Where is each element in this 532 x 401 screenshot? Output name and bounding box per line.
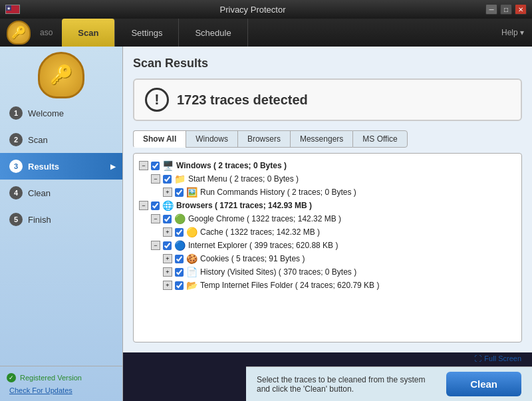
app-title: Privacy Protector [20,5,485,15]
label-startmenu: Start Menu ( 2 traces; 0 Bytes ) [188,174,299,184]
scan-results-tree[interactable]: − 🖥️ Windows ( 2 traces; 0 Bytes ) − 📁 S… [133,153,522,342]
tree-item-cookies: + 🍪 Cookies ( 5 traces; 91 Bytes ) [139,252,516,265]
step-label-results: Results [28,162,59,172]
toggle-chrome[interactable]: − [151,214,160,223]
fullscreen-icon: ⛶ [474,354,481,362]
filter-tab-windows[interactable]: Windows [186,130,237,148]
step-label-welcome: Welcome [28,108,64,118]
alert-box: ! 1723 traces detected [133,78,522,121]
toggle-ie[interactable]: − [151,241,160,250]
check-tempfiles[interactable] [175,281,184,290]
tree-item-windows: − 🖥️ Windows ( 2 traces; 0 Bytes ) [139,159,516,172]
windows-icon: 🖥️ [162,160,174,171]
step-num-1: 1 [9,106,23,120]
step-num-3: 3 [9,160,23,173]
filter-tab-messengers[interactable]: Messengers [290,130,352,148]
registered-status: ✓ Registered Version [7,373,116,382]
label-chrome: Google Chrome ( 1322 traces; 142.32 MB ) [188,214,341,223]
label-ie: Internet Explorer ( 399 traces; 620.88 K… [188,241,338,250]
maximize-button[interactable]: □ [500,4,512,15]
check-cookies[interactable] [175,255,184,263]
sidebar-steps: 1 Welcome 2 Scan 3 Results ▶ 4 Clean 5 F… [0,100,122,366]
logo-text: aso [33,28,59,37]
chrome-icon: 🟢 [174,213,186,224]
sidebar: 🔑 1 Welcome 2 Scan 3 Results ▶ 4 Clean [0,47,123,401]
shield-key-icon: 🔑 [50,64,73,86]
check-ie[interactable] [163,241,172,250]
check-history[interactable] [175,268,184,277]
label-tempfiles: Temp Internet Files Folder ( 24 traces; … [200,281,379,290]
label-runhistory: Run Commands History ( 2 traces; 0 Bytes… [200,188,356,197]
label-history: History (Visited Sites) ( 370 traces; 0 … [200,267,356,277]
help-menu[interactable]: Help ▾ [501,28,532,37]
bottom-message: Select the traces to be cleaned from the… [257,375,438,394]
sidebar-item-clean[interactable]: 4 Clean [0,180,122,206]
registered-icon: ✓ [7,373,16,382]
sidebar-bottom: ✓ Registered Version Check For Updates [0,366,122,401]
tree-item-cache: + 🟡 Cache ( 1322 traces; 142.32 MB ) [139,225,516,239]
sidebar-item-finish[interactable]: 5 Finish [0,206,122,233]
startmenu-icon: 📁 [174,174,186,184]
main-layout: 🔑 1 Welcome 2 Scan 3 Results ▶ 4 Clean [0,47,532,401]
shield-logo: 🔑 [38,52,84,98]
toggle-runhistory[interactable]: + [163,188,172,197]
check-startmenu[interactable] [163,175,172,184]
tab-schedule[interactable]: Schedule [179,19,247,47]
check-chrome[interactable] [163,215,172,223]
check-cache[interactable] [175,228,184,237]
filter-tab-showall[interactable]: Show All [133,130,186,148]
clean-button[interactable]: Clean [446,372,521,396]
toggle-cache[interactable]: + [163,227,172,237]
toggle-windows[interactable]: − [139,161,148,170]
sidebar-item-results[interactable]: 3 Results ▶ [0,153,122,180]
alert-text: 1723 traces detected [177,92,308,108]
window-controls: ─ □ ✕ [485,4,527,15]
tempfiles-icon: 📂 [186,280,198,291]
nav-bar: 🔑 aso Scan Settings Schedule Help ▾ [0,19,532,47]
sidebar-item-welcome[interactable]: 1 Welcome [0,100,122,126]
logo-icon: 🔑 [11,25,26,40]
toggle-browsers[interactable]: − [139,201,148,210]
minimize-button[interactable]: ─ [485,4,497,15]
app-logo: 🔑 [7,21,31,45]
step-num-4: 4 [9,186,23,200]
fullscreen-label: Full Screen [484,354,521,362]
sidebar-item-scan[interactable]: 2 Scan [0,126,122,153]
content-wrapper: Scan Results ! 1723 traces detected Show… [123,47,532,401]
step-arrow-icon: ▶ [110,163,116,170]
cookies-icon: 🍪 [186,253,198,264]
check-windows[interactable] [151,162,160,170]
tree-item-startmenu: − 📁 Start Menu ( 2 traces; 0 Bytes ) [139,172,516,186]
label-cache: Cache ( 1322 traces; 142.32 MB ) [200,227,320,237]
ie-icon: 🔵 [174,240,186,251]
label-cookies: Cookies ( 5 traces; 91 Bytes ) [200,254,305,263]
label-windows: Windows ( 2 traces; 0 Bytes ) [176,161,287,170]
toggle-tempfiles[interactable]: + [163,281,172,290]
step-label-finish: Finish [28,215,51,225]
close-button[interactable]: ✕ [515,4,527,15]
check-browsers[interactable] [151,201,160,210]
filter-tabs: Show All Windows Browsers Messengers MS … [133,130,522,148]
nav-right: Help ▾ [501,28,532,37]
tab-settings[interactable]: Settings [115,19,179,47]
fullscreen-button[interactable]: ⛶ Full Screen [474,354,521,362]
toggle-history[interactable]: + [163,267,172,277]
toggle-startmenu[interactable]: − [151,174,160,184]
tree-item-tempfiles: + 📂 Temp Internet Files Folder ( 24 trac… [139,279,516,292]
history-icon: 📄 [186,267,198,277]
cache-icon: 🟡 [186,227,198,237]
label-browsers: Browsers ( 1721 traces; 142.93 MB ) [176,201,312,210]
filter-tab-msoffice[interactable]: MS Office [352,130,407,148]
tree-item-chrome: − 🟢 Google Chrome ( 1322 traces; 142.32 … [139,212,516,225]
content-area: Scan Results ! 1723 traces detected Show… [123,47,532,352]
check-updates-link[interactable]: Check For Updates [7,386,116,394]
filter-tab-browsers[interactable]: Browsers [237,130,290,148]
check-runhistory[interactable] [175,188,184,197]
toggle-cookies[interactable]: + [163,254,172,263]
step-num-2: 2 [9,133,23,146]
flag-icon: ★ [5,5,20,14]
tab-scan[interactable]: Scan [62,19,115,47]
runhistory-icon: 🖼️ [186,187,198,198]
bottom-bar: Select the traces to be cleaned from the… [246,366,532,401]
step-label-scan: Scan [28,135,48,145]
